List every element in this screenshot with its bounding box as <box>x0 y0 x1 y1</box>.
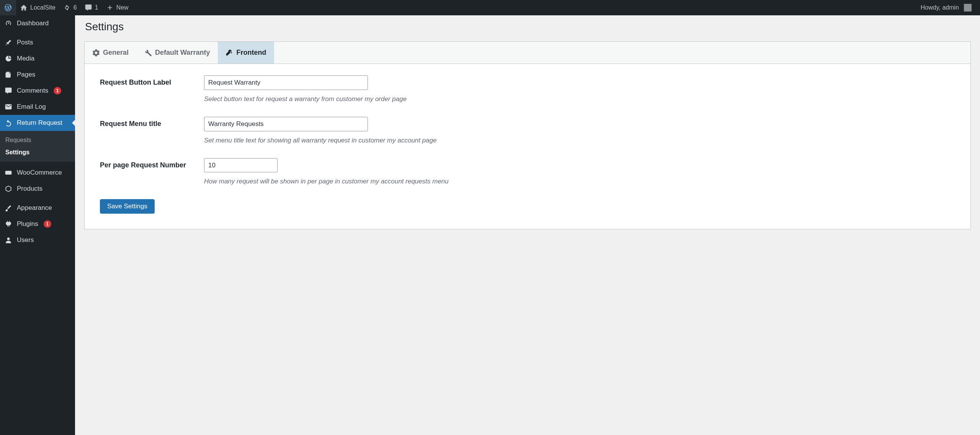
sidebar-item-label: Posts <box>17 39 33 46</box>
user-icon <box>5 236 13 239</box>
sidebar-item-label: Email Log <box>17 103 46 111</box>
products-icon <box>5 185 13 193</box>
sidebar-item-label: Users <box>17 236 34 239</box>
field-label: Request Button Label <box>100 75 204 87</box>
field-help: Select button text for request a warrant… <box>204 95 955 103</box>
tab-frontend[interactable]: Frontend <box>218 42 274 64</box>
wordpress-icon <box>4 3 12 12</box>
home-icon <box>20 4 28 11</box>
sidebar-item-label: Dashboard <box>17 20 49 27</box>
field-help: How many request will be shown in per pa… <box>204 178 955 185</box>
sidebar-item-label: Products <box>17 185 42 193</box>
site-link[interactable]: LocalSite <box>16 0 59 15</box>
woocommerce-icon <box>5 169 13 177</box>
sidebar-item-posts[interactable]: Posts <box>0 34 75 51</box>
field-help: Set menu title text for showing all warr… <box>204 137 955 144</box>
sidebar-item-label: Appearance <box>17 204 52 212</box>
new-label: New <box>116 4 129 11</box>
sidebar-item-woocommerce[interactable]: WooCommerce <box>0 165 75 181</box>
comments-count: 1 <box>95 4 98 11</box>
tab-default-warranty[interactable]: Default Warranty <box>137 42 218 64</box>
pages-icon <box>5 71 13 78</box>
field-per-page-number: Per page Request Number How many request… <box>100 158 955 186</box>
sidebar-item-label: Comments <box>17 87 48 95</box>
sidebar-item-users[interactable]: Users <box>0 232 75 239</box>
admin-sidebar: Dashboard Posts Media Pages Comments 1 E… <box>0 15 75 239</box>
field-label: Request Menu title <box>100 117 204 128</box>
site-name-label: LocalSite <box>30 4 56 11</box>
plugin-icon <box>5 220 13 228</box>
field-request-menu-title: Request Menu title Set menu title text f… <box>100 117 955 144</box>
sidebar-item-label: Plugins <box>17 220 38 228</box>
plus-icon <box>106 4 114 11</box>
sidebar-item-comments[interactable]: Comments 1 <box>0 83 75 99</box>
sidebar-item-return-request[interactable]: Return Request <box>0 115 75 131</box>
dashboard-icon <box>5 20 13 27</box>
sidebar-item-plugins[interactable]: Plugins 1 <box>0 216 75 232</box>
updates-link[interactable]: 6 <box>59 0 81 15</box>
svg-rect-0 <box>6 73 10 78</box>
save-settings-button[interactable]: Save Settings <box>100 199 155 214</box>
avatar <box>964 4 972 11</box>
sidebar-item-label: WooCommerce <box>17 169 62 177</box>
settings-tabs: General Default Warranty Frontend <box>84 41 971 64</box>
sidebar-item-appearance[interactable]: Appearance <box>0 200 75 216</box>
per-page-input[interactable] <box>204 158 278 173</box>
tab-label: Default Warranty <box>155 49 210 57</box>
tools-icon <box>225 49 233 57</box>
page-title: Settings <box>85 21 971 33</box>
sidebar-item-products[interactable]: Products <box>0 181 75 197</box>
submenu-return-request: Requests Settings <box>0 131 75 162</box>
submenu-item-requests[interactable]: Requests <box>0 134 75 146</box>
new-content-link[interactable]: New <box>102 0 132 15</box>
sidebar-item-label: Media <box>17 55 34 62</box>
field-label: Per page Request Number <box>100 158 204 169</box>
count-badge: 1 <box>54 87 61 95</box>
adminbar: LocalSite 6 1 New Howdy, admin <box>0 0 980 15</box>
pin-icon <box>5 39 13 46</box>
updates-count: 6 <box>74 4 77 11</box>
count-badge: 1 <box>44 220 51 228</box>
tab-panel: Request Button Label Select button text … <box>84 64 971 229</box>
request-menu-title-input[interactable] <box>204 117 368 131</box>
gear-icon <box>92 49 100 57</box>
media-icon <box>5 55 13 62</box>
updates-icon <box>63 4 71 11</box>
svg-rect-1 <box>5 171 12 175</box>
sidebar-item-media[interactable]: Media <box>0 51 75 67</box>
sidebar-item-label: Return Request <box>17 119 62 127</box>
sidebar-item-label: Pages <box>17 71 35 78</box>
sidebar-item-pages[interactable]: Pages <box>0 67 75 83</box>
wp-logo[interactable] <box>0 0 16 15</box>
tab-label: General <box>103 49 129 57</box>
return-icon <box>5 119 13 127</box>
sidebar-item-dashboard[interactable]: Dashboard <box>0 15 75 31</box>
comment-icon <box>85 4 92 11</box>
wrench-icon <box>144 49 152 57</box>
request-button-label-input[interactable] <box>204 75 368 90</box>
sidebar-item-emaillog[interactable]: Email Log <box>0 99 75 115</box>
tab-label: Frontend <box>236 49 266 57</box>
submenu-item-settings[interactable]: Settings <box>0 146 75 159</box>
comments-link[interactable]: 1 <box>81 0 102 15</box>
account-link[interactable]: Howdy, admin <box>917 0 975 15</box>
brush-icon <box>5 204 13 212</box>
howdy-label: Howdy, admin <box>921 4 959 11</box>
main-content: Settings General Default Warranty Fronte… <box>75 0 980 239</box>
email-icon <box>5 103 13 111</box>
field-request-button-label: Request Button Label Select button text … <box>100 75 955 103</box>
tab-general[interactable]: General <box>85 42 137 64</box>
comment-icon <box>5 87 13 95</box>
